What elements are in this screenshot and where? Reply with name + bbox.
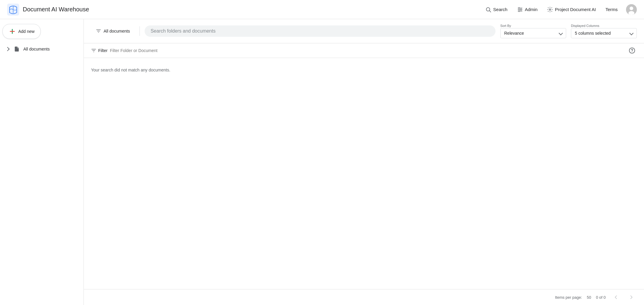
chevron-left-icon <box>613 294 619 300</box>
sidebar-all-documents-label: All documents <box>23 47 50 51</box>
content-area: All documents Sort By Relevance Displaye… <box>84 19 644 305</box>
displayed-columns-wrap: Displayed Columns 5 columns selected <box>571 24 637 38</box>
footer-pagination: 0 of 0 <box>596 293 637 301</box>
sort-by-value: Relevance <box>504 31 524 36</box>
svg-point-8 <box>518 10 519 11</box>
project-nav-button[interactable]: Project Document AI <box>546 4 597 15</box>
svg-line-2 <box>490 10 491 12</box>
displayed-columns-label: Displayed Columns <box>571 24 637 28</box>
sort-by-chevron-icon <box>559 31 563 35</box>
sort-by-label: Sort By <box>500 24 566 28</box>
nav-logo: Document AI Warehouse <box>7 4 89 16</box>
nav-actions: Search Admin Project Document AI Terms <box>484 4 637 15</box>
filter-input[interactable] <box>110 48 625 53</box>
search-nav-label: Search <box>493 7 507 12</box>
gear-icon <box>547 7 553 13</box>
admin-nav-label: Admin <box>525 7 538 12</box>
admin-nav-button[interactable]: Admin <box>516 4 539 15</box>
items-per-page-value: 50 <box>587 295 591 300</box>
displayed-columns-chevron-icon <box>629 31 634 35</box>
add-new-label: Add new <box>18 29 34 34</box>
displayed-columns-select[interactable]: 5 columns selected <box>571 28 637 38</box>
filter-icon <box>91 48 96 53</box>
search-divider <box>140 26 140 36</box>
pagination-count: 0 of 0 <box>596 295 606 300</box>
filter-list-icon <box>96 28 101 34</box>
svg-point-11 <box>630 7 633 10</box>
all-documents-filter-button[interactable]: All documents <box>91 25 135 37</box>
search-row: All documents Sort By Relevance Displaye… <box>84 19 644 43</box>
sort-by-wrap: Sort By Relevance <box>500 24 566 38</box>
filter-row: Filter <box>84 43 644 58</box>
svg-point-7 <box>520 9 522 10</box>
user-avatar[interactable] <box>626 4 637 15</box>
sidebar-item-all-documents[interactable]: All documents <box>2 44 81 54</box>
items-per-page-label: Items per page: <box>555 295 582 300</box>
all-documents-filter-label: All documents <box>104 29 130 33</box>
top-nav: Document AI Warehouse Search Admin <box>0 0 644 19</box>
footer: Items per page: 50 0 of 0 <box>84 289 644 305</box>
search-input[interactable] <box>151 28 490 34</box>
admin-icon <box>517 7 523 13</box>
sort-by-select[interactable]: Relevance <box>500 28 566 38</box>
app-logo-icon <box>7 4 19 16</box>
help-button[interactable] <box>627 46 637 55</box>
search-input-wrap <box>145 25 495 37</box>
chevron-right-icon <box>628 294 634 300</box>
sidebar: Add new All documents <box>0 19 84 305</box>
empty-message: Your search did not match any documents. <box>91 68 170 72</box>
avatar-image <box>626 4 637 15</box>
svg-point-6 <box>518 7 519 8</box>
svg-point-22 <box>632 52 632 52</box>
chevron-right-icon <box>5 47 10 51</box>
pagination-next-button[interactable] <box>626 293 637 301</box>
document-icon <box>14 46 20 52</box>
main-layout: Add new All documents All documents <box>0 19 644 305</box>
add-new-button[interactable]: Add new <box>2 24 41 39</box>
filter-button[interactable]: Filter <box>91 48 107 53</box>
app-title: Document AI Warehouse <box>23 6 89 13</box>
project-nav-label: Project Document AI <box>555 7 596 12</box>
empty-state: Your search did not match any documents. <box>84 58 644 289</box>
displayed-columns-value: 5 columns selected <box>575 31 611 36</box>
svg-point-9 <box>549 9 551 10</box>
terms-nav-button[interactable]: Terms <box>604 4 619 14</box>
pagination-prev-button[interactable] <box>610 293 621 301</box>
filter-label: Filter <box>98 48 107 53</box>
search-icon <box>485 7 491 13</box>
help-icon <box>629 47 635 54</box>
search-nav-button[interactable]: Search <box>484 4 509 15</box>
plus-icon <box>9 28 16 35</box>
